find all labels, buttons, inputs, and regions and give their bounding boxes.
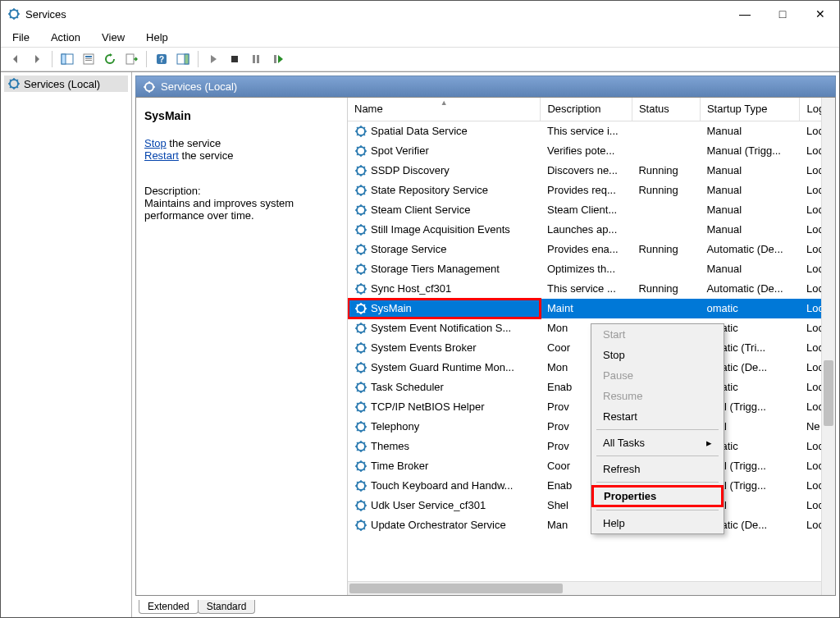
cell-name: SSDP Discovery — [348, 161, 541, 181]
tab-standard[interactable]: Standard — [198, 600, 256, 614]
minimize-button[interactable]: — — [726, 1, 764, 27]
cell-status — [632, 121, 700, 141]
export-list-button[interactable] — [121, 49, 141, 69]
service-row[interactable]: Spatial Data ServiceThis service i...Man… — [348, 121, 835, 141]
cell-name: Storage Tiers Management — [348, 259, 541, 279]
col-description[interactable]: Description — [541, 98, 632, 121]
context-menu-item-restart[interactable]: Restart — [591, 406, 724, 427]
tab-extended[interactable]: Extended — [139, 600, 199, 614]
service-row[interactable]: Spot VerifierVerifies pote...Manual (Tri… — [348, 141, 835, 161]
cell-name: Themes — [348, 437, 541, 456]
pause-service-button[interactable] — [246, 49, 266, 69]
cell-startup: omatic — [700, 299, 800, 318]
close-button[interactable]: ✕ — [801, 1, 839, 27]
service-row[interactable]: State Repository ServiceProvides req...R… — [348, 181, 835, 200]
show-hide-console-tree-button[interactable] — [57, 49, 77, 69]
menu-view[interactable]: View — [98, 30, 128, 45]
col-startup-type[interactable]: Startup Type — [700, 98, 800, 121]
service-row[interactable]: Storage Tiers ManagementOptimizes th...M… — [348, 259, 835, 279]
service-row[interactable]: Still Image Acquisition EventsLaunches a… — [348, 220, 835, 240]
gear-icon — [354, 322, 368, 335]
service-row[interactable]: Steam Client ServiceSteam Client...Manua… — [348, 200, 835, 220]
gear-icon — [354, 184, 368, 197]
service-name-text: Spatial Data Service — [371, 125, 468, 137]
cell-name: Sync Host_cf301 — [348, 279, 541, 299]
service-row[interactable]: Sync Host_cf301This service ...RunningAu… — [348, 279, 835, 299]
description-label: Description: — [144, 185, 339, 197]
service-row[interactable]: SysMainMaintomaticLoc — [348, 299, 835, 318]
horizontal-scrollbar[interactable] — [348, 581, 821, 595]
properties-button[interactable] — [79, 49, 98, 69]
cell-name: Spot Verifier — [348, 141, 541, 161]
context-menu-item-pause: Pause — [591, 365, 724, 386]
stop-service-button[interactable] — [225, 49, 244, 69]
gear-icon — [354, 499, 368, 512]
cell-status — [632, 141, 700, 161]
nav-forward-button[interactable] — [27, 49, 47, 69]
context-menu-item-all-tasks[interactable]: All Tasks▸ — [591, 433, 724, 453]
refresh-button[interactable] — [100, 49, 120, 69]
svg-point-17 — [145, 83, 153, 91]
col-name[interactable]: Name▲ — [348, 98, 541, 121]
detail-pane: SysMain Stop the service Restart the ser… — [136, 98, 348, 595]
scrollbar-thumb[interactable] — [824, 360, 833, 426]
gear-icon — [354, 440, 368, 453]
svg-rect-6 — [85, 60, 92, 61]
nav-back-button[interactable] — [6, 49, 25, 69]
maximize-button[interactable]: □ — [764, 1, 801, 27]
service-row[interactable]: SSDP DiscoveryDiscovers ne...RunningManu… — [348, 161, 835, 181]
context-menu-item-properties[interactable]: Properties — [591, 485, 724, 507]
context-menu-item-stop[interactable]: Stop — [591, 345, 724, 365]
menu-file[interactable]: File — [9, 30, 33, 45]
cell-status — [632, 220, 700, 240]
show-hide-action-pane-button[interactable] — [173, 49, 193, 69]
svg-text:?: ? — [159, 55, 164, 64]
col-status[interactable]: Status — [632, 98, 700, 121]
cell-status — [632, 299, 700, 318]
start-service-button[interactable] — [203, 49, 223, 69]
service-row[interactable]: Storage ServiceProvides ena...RunningAut… — [348, 240, 835, 259]
cell-startup: Automatic (De... — [700, 279, 800, 299]
gear-icon — [354, 282, 368, 295]
context-menu-item-help[interactable]: Help — [591, 513, 724, 533]
gear-icon — [354, 164, 368, 177]
menu-help[interactable]: Help — [143, 30, 171, 45]
tree-item-label: Services (Local) — [24, 78, 100, 90]
titlebar: Services — □ ✕ — [1, 1, 839, 27]
menu-action[interactable]: Action — [48, 30, 84, 45]
restart-service-button[interactable] — [267, 49, 287, 69]
context-menu-label: Restart — [603, 410, 637, 423]
restart-service-link[interactable]: Restart — [144, 149, 179, 162]
help-button[interactable]: ? — [152, 49, 171, 69]
selected-service-name: SysMain — [144, 109, 339, 122]
cell-desc: Steam Client... — [541, 200, 632, 220]
service-name-text: Touch Keyboard and Handw... — [371, 479, 513, 492]
cell-status: Running — [632, 161, 700, 181]
stop-service-link[interactable]: Stop — [144, 137, 167, 149]
cell-name: Update Orchestrator Service — [348, 515, 541, 535]
cell-desc: Maint — [541, 299, 632, 318]
context-menu-item-refresh[interactable]: Refresh — [591, 459, 724, 479]
cell-startup: Manual (Trigg... — [700, 141, 800, 161]
service-context-menu: StartStopPauseResumeRestartAll Tasks▸Ref… — [591, 323, 724, 534]
context-menu-item-resume: Resume — [591, 386, 724, 406]
window-title: Services — [25, 8, 66, 21]
cell-name: Still Image Acquisition Events — [348, 220, 541, 240]
service-name-text: Time Broker — [371, 460, 428, 472]
service-name-text: System Guard Runtime Mon... — [371, 361, 514, 373]
cell-name: Touch Keyboard and Handw... — [348, 476, 541, 496]
window-buttons: — □ ✕ — [726, 1, 839, 27]
cell-name: Task Scheduler — [348, 378, 541, 397]
tree-item-services-local[interactable]: Services (Local) — [4, 76, 128, 92]
vertical-scrollbar[interactable] — [821, 98, 835, 595]
cell-startup: Manual — [700, 121, 800, 141]
service-name-text: Still Image Acquisition Events — [371, 223, 510, 236]
scrollbar-thumb[interactable] — [349, 584, 563, 593]
description-text: Maintains and improves system performanc… — [144, 197, 339, 222]
context-menu-label: Pause — [603, 369, 633, 382]
svg-rect-11 — [185, 54, 189, 64]
gear-icon — [354, 243, 368, 256]
restart-suffix: the service — [179, 149, 233, 162]
service-name-text: Udk User Service_cf301 — [371, 499, 486, 511]
cell-name: TCP/IP NetBIOS Helper — [348, 397, 541, 417]
